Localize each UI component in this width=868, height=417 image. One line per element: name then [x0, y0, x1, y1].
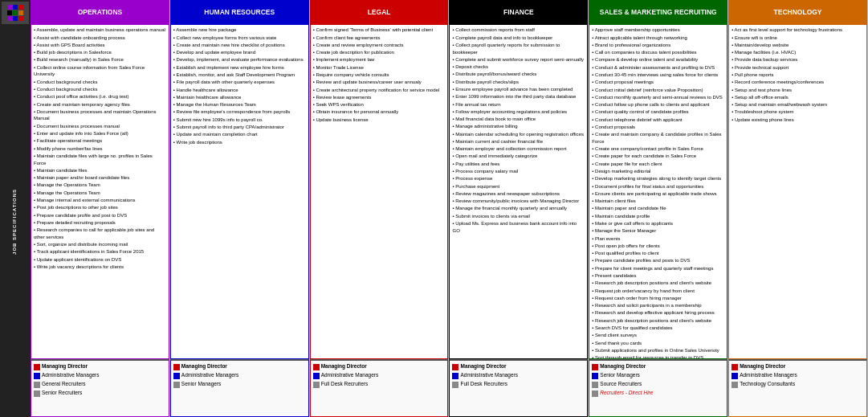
- task-item: • Process company salary mail: [452, 168, 585, 175]
- role-item: Recruiters - Direct Hire: [592, 390, 724, 397]
- task-item: • Collect new employee forms from variou…: [173, 34, 306, 41]
- task-item: • Conduct background checks: [34, 86, 166, 93]
- task-item: • Track applicant identifications in Sal…: [34, 248, 166, 256]
- col-header-legal: LEGAL: [310, 0, 449, 24]
- task-item: • Manage the financial monthly quarterly…: [452, 205, 585, 212]
- task-item: • Brand to professional organizations: [592, 42, 724, 49]
- task-item: • Maintain calendar scheduling for openi…: [452, 130, 585, 137]
- role-icon: [313, 364, 320, 370]
- task-item: • Prepare candidate profiles and posts t…: [592, 257, 724, 264]
- task-item: • Conduct telephone debrief with applica…: [592, 116, 724, 123]
- task-item: • Setup all off-office emails: [731, 94, 864, 101]
- role-label: Senior Managers: [181, 381, 222, 387]
- task-item: • Post qualified profiles to client: [592, 250, 724, 257]
- task-item: • Complete and submit workforce survey r…: [452, 56, 585, 63]
- task-item: • Create job description for publication: [313, 49, 446, 56]
- task-item: • Manage internal and external communica…: [34, 197, 166, 204]
- col-content-finance: • Collect commission reports from staff•…: [449, 24, 588, 359]
- role-item: Managing Director: [452, 363, 585, 370]
- task-item: • Research and solicit participants in a…: [592, 302, 724, 309]
- task-item: • Create one company/contact profile in …: [592, 145, 724, 153]
- task-item: • Pay utilities and fees: [452, 160, 585, 167]
- role-label: Full Desk Recruiters: [460, 381, 507, 387]
- role-icon: [34, 364, 40, 370]
- task-item: • Seek WPS verification: [313, 101, 446, 108]
- task-item: • Complete payroll data and info to book…: [452, 34, 585, 41]
- role-icon: [173, 382, 180, 388]
- task-item: • Collect commission reports from staff: [452, 27, 585, 34]
- task-item: • Attract applicable talent through netw…: [592, 34, 724, 41]
- task-item: • Research companies to call for applica…: [34, 227, 166, 241]
- task-item: • Conduct pool office activities (i.e. d…: [34, 93, 166, 100]
- task-item: • Submit applications and profiles in On…: [592, 347, 724, 354]
- role-label: Administrative Managers: [181, 372, 239, 378]
- task-item: • Research job description positions and…: [592, 317, 724, 324]
- col-bottom-finance: Managing DirectorAdministrative Managers…: [449, 359, 588, 417]
- task-item: • Create and maintain company & candidat…: [592, 131, 724, 145]
- logo-box: [2, 2, 29, 24]
- task-item: • Manage facilities (i.e. HVAC): [731, 49, 864, 56]
- role-item: Administrative Managers: [452, 372, 585, 379]
- task-item: • Design marketing editorial: [592, 168, 724, 175]
- col-content-legal: • Confirm signed 'Terms of Business' wit…: [310, 24, 449, 359]
- role-icon: [592, 364, 598, 370]
- task-item: • Provide technical support: [731, 63, 864, 71]
- columns-area: OPERATIONS• Assemble, update and maintai…: [31, 0, 868, 417]
- task-item: • Review and update business/career user…: [313, 79, 446, 86]
- role-label: Administrative Managers: [460, 372, 518, 378]
- task-item: • Maintain candidate files: [34, 167, 166, 174]
- role-item: Managing Director: [313, 363, 446, 370]
- task-item: • Sort, organize and distribute incoming…: [34, 241, 166, 248]
- task-item: • Assist with GPS Board activities: [34, 42, 166, 49]
- task-item: • Conduct & administer assessments and p…: [592, 63, 724, 71]
- task-item: • Create and maintain new hire checklist…: [173, 42, 306, 49]
- task-item: • Plan events: [592, 235, 724, 242]
- task-item: • Conduct 30-45 min interviews using sal…: [592, 72, 724, 79]
- task-item: • Distribute payroll/bonus/award checks: [452, 71, 585, 78]
- task-item: • Document business processes manual: [34, 122, 166, 129]
- task-item: • File payroll data with other quarterly…: [173, 79, 306, 86]
- task-item: • Establish, monitor, and ask Staff Deve…: [173, 72, 306, 79]
- role-label: Managing Director: [321, 363, 367, 370]
- role-item: Senior Recruiters: [34, 390, 166, 397]
- col-content-technology: • Act as first level support for technol…: [728, 24, 867, 359]
- task-item: • Develop and update employee brand: [173, 49, 306, 56]
- role-icon: [452, 382, 458, 388]
- role-icon: [313, 373, 320, 379]
- role-item: Administrative Managers: [313, 372, 446, 379]
- task-item: • Create and review employment contracts: [313, 42, 446, 49]
- role-item: Full Desk Recruiters: [313, 381, 446, 388]
- task-item: • Approve staff membership opportunities: [592, 27, 724, 34]
- task-item: • Research and develop effective applica…: [592, 309, 724, 317]
- task-item: • Ensure clients are participating at ap…: [592, 190, 724, 198]
- col-header-operations: OPERATIONS: [31, 0, 169, 24]
- role-icon: [452, 373, 458, 379]
- task-item: • Conduct quality control of candidate p…: [592, 108, 724, 116]
- role-icon: [313, 382, 320, 388]
- task-item: • Maintain paper and/or board candidate …: [34, 174, 166, 182]
- task-item: • Facilitate operational meetings: [34, 137, 166, 145]
- role-item: General Recruiters: [34, 381, 166, 388]
- task-item: • Act as first level support for technol…: [731, 27, 864, 34]
- task-item: • Request job order/vacancy by hand from…: [592, 287, 724, 294]
- task-item: • Follow employer accounting regulations…: [452, 108, 585, 116]
- role-icon: [592, 382, 598, 388]
- task-item: • Implement employment law: [313, 56, 446, 63]
- task-item: • Require company vehicle consults: [313, 72, 446, 79]
- task-item: • Handle healthcare allowance: [173, 86, 306, 93]
- role-icon: [34, 373, 40, 379]
- page: JOB SPECIFICATIONS OPERATIONS• Assemble,…: [0, 0, 868, 417]
- task-item: • Write job descriptions: [173, 138, 306, 145]
- role-icon: [592, 373, 598, 379]
- task-item: • Maintain current and cashier financial…: [452, 138, 585, 145]
- task-item: • Request cash order from hiring manager: [592, 295, 724, 302]
- task-item: • Create and maintain temporary agency f…: [34, 100, 166, 108]
- task-item: • Ensure employee payroll advance has be…: [452, 86, 585, 93]
- col-bottom-technology: Managing DirectorAdministrative Managers…: [728, 359, 867, 417]
- role-label: Managing Director: [600, 363, 646, 370]
- task-item: • Enter and update info into Sales Force…: [34, 130, 166, 137]
- task-item: • Conduct initial debrief (reinforce val…: [592, 86, 724, 93]
- col-content-operations: • Assemble, update and maintain business…: [31, 24, 169, 359]
- task-item: • Conduct monthly quarterly and semi-ann…: [592, 94, 724, 101]
- task-item: • Submit invoices to clients via email: [452, 212, 585, 219]
